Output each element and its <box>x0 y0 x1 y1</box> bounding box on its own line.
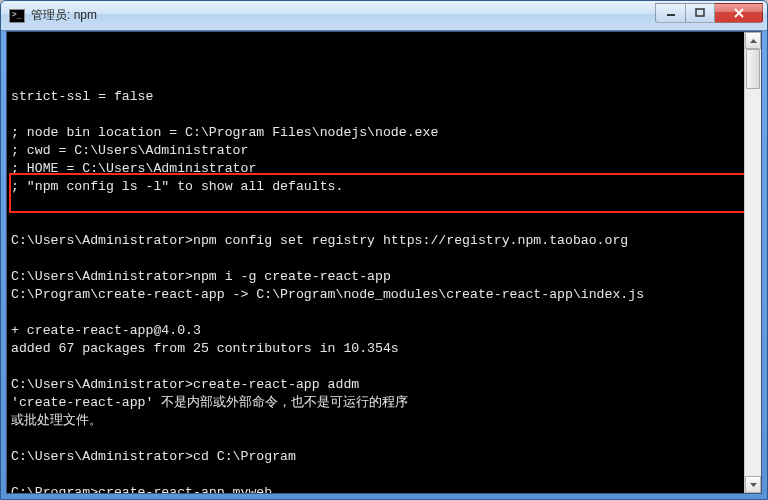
terminal-line: 或批处理文件。 <box>11 412 740 430</box>
terminal-line: C:\Users\Administrator>cd C:\Program <box>11 448 740 466</box>
scroll-thumb[interactable] <box>746 49 760 89</box>
svg-rect-0 <box>667 14 675 16</box>
terminal-line: C:\Users\Administrator>npm i -g create-r… <box>11 268 740 286</box>
cmd-icon <box>9 9 25 23</box>
titlebar[interactable]: 管理员: npm <box>1 1 767 31</box>
terminal-line: ; "npm config ls -l" to show all default… <box>11 178 740 196</box>
svg-rect-1 <box>696 9 704 16</box>
terminal-line: added 67 packages from 25 contributors i… <box>11 340 740 358</box>
terminal-line <box>11 196 740 214</box>
vertical-scrollbar <box>744 32 761 493</box>
terminal-line: C:\Users\Administrator>create-react-app … <box>11 376 740 394</box>
scroll-down-button[interactable] <box>745 476 761 493</box>
terminal-line: ; HOME = C:\Users\Administrator <box>11 160 740 178</box>
window-controls <box>655 3 763 25</box>
terminal-line: strict-ssl = false <box>11 88 740 106</box>
terminal-line <box>11 250 740 268</box>
terminal-output[interactable]: strict-ssl = false ; node bin location =… <box>7 32 744 493</box>
console-window: 管理员: npm strict-ssl = false ; node bin l… <box>0 0 768 500</box>
client-area: strict-ssl = false ; node bin location =… <box>6 31 762 494</box>
terminal-line <box>11 214 740 232</box>
terminal-line: C:\Program>create-react-app myweb <box>11 484 740 493</box>
maximize-button[interactable] <box>685 3 715 23</box>
terminal-line: + create-react-app@4.0.3 <box>11 322 740 340</box>
window-title: 管理员: npm <box>31 7 655 24</box>
terminal-line: C:\Users\Administrator>npm config set re… <box>11 232 740 250</box>
terminal-line <box>11 106 740 124</box>
terminal-line <box>11 358 740 376</box>
terminal-line: C:\Program\create-react-app -> C:\Progra… <box>11 286 740 304</box>
terminal-line: ; node bin location = C:\Program Files\n… <box>11 124 740 142</box>
terminal-line <box>11 304 740 322</box>
terminal-line <box>11 430 740 448</box>
minimize-button[interactable] <box>655 3 685 23</box>
scroll-track[interactable] <box>745 49 761 476</box>
terminal-line: 'create-react-app' 不是内部或外部命令，也不是可运行的程序 <box>11 394 740 412</box>
terminal-line <box>11 466 740 484</box>
scroll-up-button[interactable] <box>745 32 761 49</box>
terminal-line: ; cwd = C:\Users\Administrator <box>11 142 740 160</box>
close-button[interactable] <box>715 3 763 23</box>
